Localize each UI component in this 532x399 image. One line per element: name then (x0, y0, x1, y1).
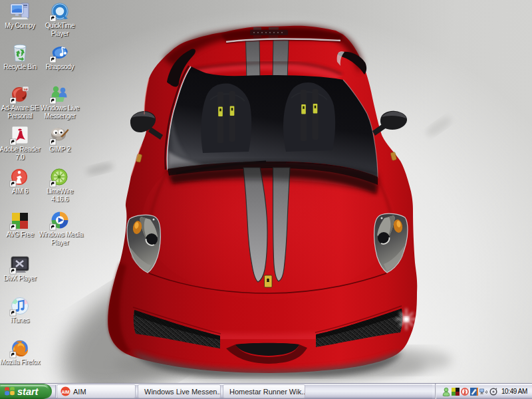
svg-text:start: start (17, 386, 39, 397)
svg-text:AIM: AIM (62, 390, 70, 394)
svg-text:se: se (23, 87, 28, 91)
